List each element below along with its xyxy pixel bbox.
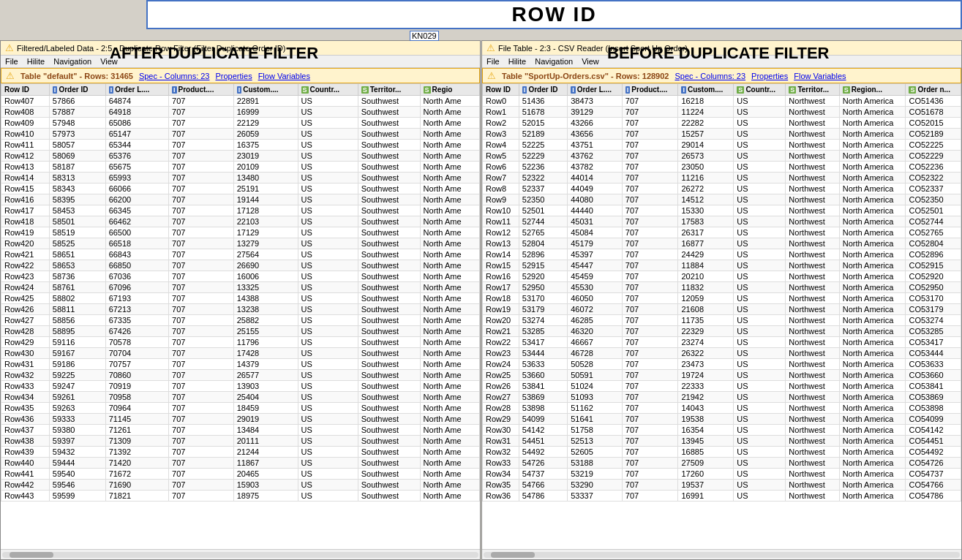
table-cell: Row28 bbox=[483, 403, 519, 414]
left-menu-file[interactable]: File bbox=[5, 57, 18, 66]
right-col-orderl[interactable]: I Order L.... bbox=[568, 84, 623, 96]
right-col-territory[interactable]: S Territor... bbox=[786, 84, 839, 96]
table-cell: CO52765 bbox=[906, 227, 961, 238]
right-data-table-container[interactable]: Row ID I Order ID I Order L.... I Produc… bbox=[482, 83, 961, 549]
right-scroll-bar[interactable] bbox=[482, 549, 961, 559]
left-col-product[interactable]: I Product.... bbox=[169, 84, 234, 96]
table-cell: 22329 bbox=[678, 326, 734, 337]
main-container: ROW ID KN029 AFTER DUPLICATE FILTER BEFO… bbox=[0, 0, 962, 560]
table-cell: Southwest bbox=[358, 216, 420, 227]
table-cell: 39129 bbox=[568, 107, 623, 118]
table-cell: 17428 bbox=[233, 348, 298, 359]
left-scroll-track[interactable] bbox=[2, 552, 478, 558]
table-cell: 52513 bbox=[568, 436, 623, 447]
table-cell: North America bbox=[839, 216, 906, 227]
table-cell: Row439 bbox=[1, 447, 50, 458]
left-spec-link[interactable]: Spec - Columns: 23 bbox=[139, 72, 210, 80]
table-cell: North Ame bbox=[420, 458, 479, 469]
table-cell: Row19 bbox=[483, 304, 519, 315]
left-col-country[interactable]: S Countr... bbox=[298, 84, 358, 96]
right-scroll-track[interactable] bbox=[484, 552, 960, 558]
left-col-region[interactable]: S Regio bbox=[420, 84, 479, 96]
table-cell: 707 bbox=[169, 425, 234, 436]
table-cell: 17260 bbox=[678, 469, 734, 480]
table-cell: 707 bbox=[169, 227, 234, 238]
table-cell: US bbox=[734, 359, 786, 370]
table-cell: US bbox=[298, 183, 358, 194]
table-cell: Row5 bbox=[483, 151, 519, 162]
table-cell: 707 bbox=[622, 304, 678, 315]
right-menu-bar: File Hilite Navigation View bbox=[482, 56, 961, 68]
left-properties-link[interactable]: Properties bbox=[216, 72, 252, 80]
right-col-product[interactable]: I Product.... bbox=[622, 84, 678, 96]
table-cell: 58856 bbox=[49, 315, 105, 326]
right-col-country[interactable]: S Countr... bbox=[734, 84, 786, 96]
table-cell: Northwest bbox=[786, 194, 839, 205]
right-spec-link[interactable]: Spec - Columns: 23 bbox=[674, 72, 745, 80]
table-cell: Northwest bbox=[786, 205, 839, 216]
table-row: Row5522294376270726573USNorthwestNorth A… bbox=[483, 151, 961, 162]
left-scroll-bar[interactable] bbox=[1, 549, 480, 559]
table-cell: 70704 bbox=[105, 348, 168, 359]
table-cell: North America bbox=[839, 173, 906, 183]
table-cell: Row14 bbox=[483, 249, 519, 260]
table-row: Row6522364378270723050USNorthwestNorth A… bbox=[483, 162, 961, 173]
table-cell: Row17 bbox=[483, 282, 519, 293]
right-menu-view[interactable]: View bbox=[582, 57, 599, 66]
right-col-custom[interactable]: I Custom.... bbox=[678, 84, 734, 96]
table-cell: 16218 bbox=[678, 96, 734, 107]
table-row: Row10525014444070715330USNorthwestNorth … bbox=[483, 205, 961, 216]
right-panel: ⚠ File Table - 2:3 - CSV Reader (Insert … bbox=[481, 40, 962, 560]
table-cell: 53417 bbox=[519, 337, 567, 348]
table-cell: 70860 bbox=[105, 370, 168, 381]
table-cell: 707 bbox=[622, 392, 678, 403]
table-row: Row412580696537670723019USSouthwestNorth… bbox=[1, 151, 480, 162]
left-col-custom[interactable]: I Custom.... bbox=[233, 84, 298, 96]
table-row: Row21532854632070722329USNorthwestNorth … bbox=[483, 326, 961, 337]
left-scroll-thumb[interactable] bbox=[10, 552, 53, 558]
table-row: Row411580576534470716375USSouthwestNorth… bbox=[1, 140, 480, 151]
table-cell: 707 bbox=[169, 359, 234, 370]
left-col-orderl[interactable]: I Order L.... bbox=[105, 84, 168, 96]
table-cell: 53337 bbox=[568, 491, 623, 502]
left-col-orderid[interactable]: I Order ID bbox=[49, 84, 105, 96]
right-menu-hilite[interactable]: Hilite bbox=[508, 57, 526, 66]
left-col-rowid[interactable]: Row ID bbox=[1, 84, 50, 96]
left-flow-variables-link[interactable]: Flow Variables bbox=[258, 72, 310, 80]
table-cell: North Ame bbox=[420, 271, 479, 282]
left-menu-navigation[interactable]: Navigation bbox=[53, 57, 91, 66]
right-menu-navigation[interactable]: Navigation bbox=[535, 57, 573, 66]
table-cell: Southwest bbox=[358, 129, 420, 140]
table-cell: US bbox=[734, 205, 786, 216]
table-cell: 707 bbox=[169, 381, 234, 392]
left-col-territory[interactable]: S Territor... bbox=[358, 84, 420, 96]
table-cell: North Ame bbox=[420, 337, 479, 348]
table-cell: 58453 bbox=[49, 205, 105, 216]
right-scroll-thumb[interactable] bbox=[491, 552, 535, 558]
table-cell: 707 bbox=[622, 414, 678, 425]
table-cell: Row20 bbox=[483, 315, 519, 326]
right-col-region[interactable]: S Region... bbox=[839, 84, 906, 96]
table-cell: 70919 bbox=[105, 381, 168, 392]
table-cell: 707 bbox=[622, 151, 678, 162]
table-cell: 707 bbox=[622, 216, 678, 227]
table-cell: North Ame bbox=[420, 249, 479, 260]
table-cell: 57948 bbox=[49, 118, 105, 129]
right-properties-link[interactable]: Properties bbox=[751, 72, 788, 80]
table-cell: Row431 bbox=[1, 359, 50, 370]
table-cell: 58395 bbox=[49, 194, 105, 205]
right-col-ordernr[interactable]: S Order n... bbox=[906, 84, 961, 96]
left-table-info-bar: ⚠ Table "default" - Rows: 31465 Spec - C… bbox=[1, 68, 480, 83]
table-cell: 67096 bbox=[105, 282, 168, 293]
right-col-orderid[interactable]: I Order ID bbox=[519, 84, 567, 96]
table-cell: 53274 bbox=[519, 315, 567, 326]
table-cell: Row430 bbox=[1, 348, 50, 359]
left-data-table-container[interactable]: Row ID I Order ID I Order L.... I Produc… bbox=[1, 83, 480, 549]
right-menu-file[interactable]: File bbox=[486, 57, 500, 66]
left-menu-view[interactable]: View bbox=[100, 57, 118, 66]
left-menu-hilite[interactable]: Hilite bbox=[27, 57, 45, 66]
table-cell: US bbox=[298, 96, 358, 107]
table-cell: US bbox=[734, 271, 786, 282]
right-col-rowid[interactable]: Row ID bbox=[483, 84, 519, 96]
right-flow-variables-link[interactable]: Flow Variables bbox=[794, 72, 846, 80]
